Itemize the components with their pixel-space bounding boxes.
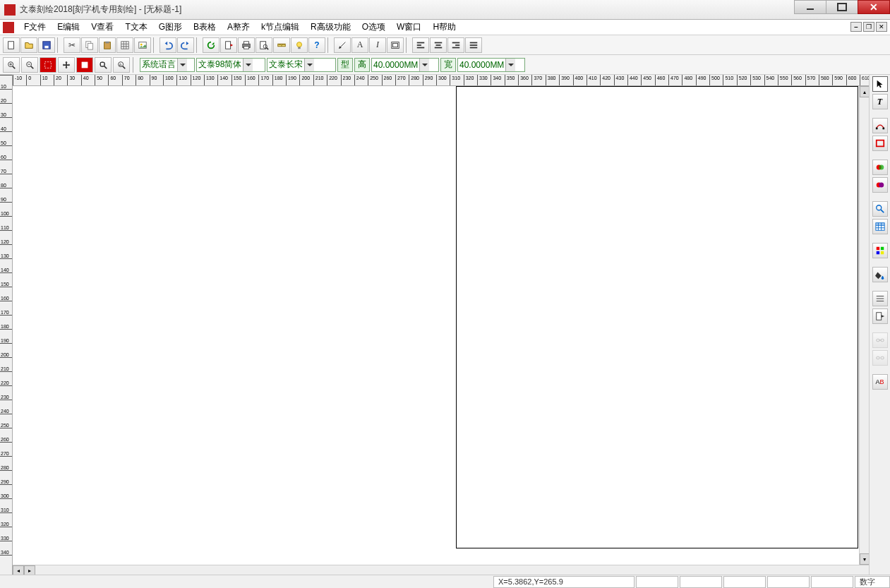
- menu-table[interactable]: B表格: [188, 20, 222, 35]
- menu-advanced[interactable]: R高级功能: [305, 20, 356, 35]
- svg-rect-6: [105, 41, 109, 43]
- font-box-button[interactable]: A: [351, 37, 368, 53]
- zoom-page-button[interactable]: [95, 57, 112, 73]
- table-tool[interactable]: [872, 219, 888, 234]
- zoom-region-button[interactable]: [40, 57, 56, 73]
- preview-button[interactable]: [255, 37, 272, 53]
- width-value: 40.0000MM: [459, 60, 504, 70]
- svg-rect-4: [88, 43, 92, 49]
- height-combo[interactable]: 40.0000MM: [371, 58, 439, 72]
- link-tool[interactable]: [872, 332, 888, 348]
- scroll-left-button[interactable]: ◂: [13, 565, 24, 575]
- title-bar: 文泰刻绘2018[刻字机专用刻绘] - [无标题-1]: [0, 0, 890, 20]
- cut-button[interactable]: ✂: [64, 37, 80, 53]
- svg-line-20: [267, 47, 269, 49]
- font-family-combo[interactable]: 文泰98简体: [196, 58, 265, 72]
- new-button[interactable]: [3, 37, 20, 53]
- precision-button[interactable]: [334, 37, 351, 53]
- node-tool[interactable]: [872, 118, 888, 133]
- export-tool[interactable]: [872, 308, 888, 324]
- svg-rect-60: [876, 140, 884, 147]
- minimize-button[interactable]: [794, 0, 826, 14]
- svg-rect-50: [45, 61, 52, 68]
- width-combo[interactable]: 40.0000MM: [457, 58, 525, 72]
- color-tool[interactable]: [872, 243, 888, 258]
- paste-button[interactable]: [99, 37, 116, 53]
- open-button[interactable]: [20, 37, 37, 53]
- menu-options[interactable]: O选项: [356, 20, 391, 35]
- grid-button[interactable]: [116, 37, 133, 53]
- menu-edit[interactable]: E编辑: [52, 20, 85, 35]
- numlock-label: 数字: [860, 577, 875, 587]
- ruler-button[interactable]: [273, 37, 290, 53]
- ab-tool[interactable]: AB: [872, 374, 888, 390]
- toolbar-separator: [406, 37, 410, 53]
- svg-rect-18: [260, 41, 266, 49]
- redo-button[interactable]: [177, 37, 194, 53]
- text-tool[interactable]: T: [872, 94, 888, 109]
- menu-node[interactable]: k节点编辑: [255, 20, 305, 35]
- image-button[interactable]: [134, 37, 151, 53]
- align-center-button[interactable]: [430, 37, 447, 53]
- undo-button[interactable]: [160, 37, 176, 53]
- lines-tool[interactable]: [872, 291, 888, 306]
- zoom-out-button[interactable]: [21, 57, 38, 73]
- height-label: 高: [354, 58, 370, 72]
- refresh-button[interactable]: [203, 37, 220, 53]
- fill-tool[interactable]: [872, 160, 888, 175]
- property-bar: A 系统语言 文泰98简体 文泰长宋 型 高 40.0000MM 宽 40.00…: [0, 55, 890, 75]
- menu-window[interactable]: W窗口: [391, 20, 427, 35]
- unlink-tool[interactable]: [872, 350, 888, 366]
- menu-help[interactable]: H帮助: [427, 20, 462, 35]
- font-style-combo[interactable]: 文泰长宋: [267, 58, 336, 72]
- align-justify-button[interactable]: [465, 37, 482, 53]
- horizontal-scrollbar[interactable]: ◂ ▸: [13, 565, 869, 575]
- align-right-button[interactable]: [447, 37, 464, 53]
- mdi-close-button[interactable]: ✕: [876, 22, 887, 32]
- canvas[interactable]: [13, 86, 869, 565]
- vertical-scrollbar[interactable]: ▴ ▾: [859, 86, 869, 565]
- menu-graphics[interactable]: G图形: [153, 20, 188, 35]
- menu-view[interactable]: V查看: [85, 20, 119, 35]
- toolbar-separator: [57, 37, 61, 53]
- maximize-button[interactable]: [826, 0, 858, 14]
- mdi-minimize-button[interactable]: ‒: [850, 22, 862, 32]
- window-controls: [795, 0, 890, 14]
- svg-line-44: [13, 66, 16, 68]
- zoom-all-button[interactable]: A: [113, 57, 130, 73]
- copy-button[interactable]: [81, 37, 98, 53]
- italic-button[interactable]: I: [369, 37, 386, 53]
- output-button[interactable]: [220, 37, 237, 53]
- scroll-down-button[interactable]: ▾: [860, 553, 869, 565]
- page-outline: [456, 86, 858, 548]
- svg-rect-73: [876, 247, 879, 250]
- bucket-tool[interactable]: [872, 267, 888, 282]
- zoom-in-button[interactable]: [3, 57, 20, 73]
- mdi-restore-button[interactable]: ❐: [863, 22, 874, 32]
- menu-text[interactable]: T文本: [119, 20, 152, 35]
- zoom-tool[interactable]: [872, 201, 888, 217]
- menu-file[interactable]: F文件: [18, 20, 52, 35]
- align-left-button[interactable]: [412, 37, 429, 53]
- gradient-tool[interactable]: [872, 177, 888, 193]
- language-combo[interactable]: 系统语言: [140, 58, 195, 72]
- svg-point-65: [876, 205, 881, 210]
- save-button[interactable]: [38, 37, 55, 53]
- scroll-right-button[interactable]: ▸: [24, 565, 35, 575]
- toolbar-separator: [133, 57, 137, 73]
- bulb-button[interactable]: [291, 37, 308, 53]
- print-button[interactable]: [238, 37, 255, 53]
- rectangle-tool[interactable]: [872, 136, 888, 151]
- svg-line-48: [31, 66, 34, 68]
- right-toolbox: T AB: [869, 75, 890, 575]
- menu-align[interactable]: A整齐: [222, 20, 255, 35]
- scroll-up-button[interactable]: ▴: [860, 86, 869, 97]
- svg-rect-74: [880, 247, 883, 250]
- envelope-button[interactable]: [387, 37, 404, 53]
- zoom-fit-button[interactable]: [76, 57, 93, 73]
- pan-button[interactable]: [58, 57, 75, 73]
- help-button[interactable]: ?: [308, 37, 325, 53]
- pointer-tool[interactable]: [872, 76, 888, 92]
- status-pane-1: [636, 576, 678, 588]
- close-button[interactable]: [858, 0, 890, 14]
